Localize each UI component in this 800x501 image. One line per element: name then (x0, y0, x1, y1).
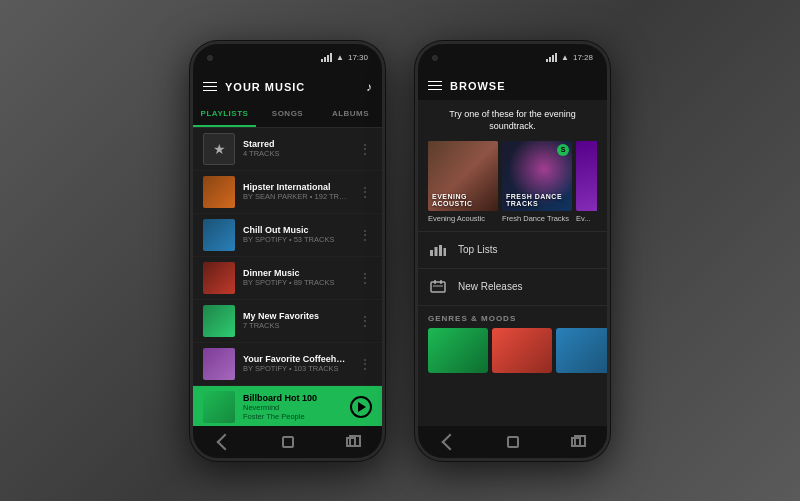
playlist-info: Hipster International BY SEAN PARKER • 1… (243, 182, 350, 201)
playlist-info: My New Favorites 7 TRACKS (243, 311, 350, 330)
album-art-3 (576, 141, 597, 211)
hamburger-icon[interactable] (203, 82, 217, 92)
list-item[interactable]: My New Favorites 7 TRACKS ⋮ (193, 300, 382, 343)
svg-rect-6 (440, 280, 442, 284)
phone-1: ▲ 17:30 YOUR MUSIC ♪ PLAYLISTS SONGS ALB… (190, 41, 385, 461)
home-button-2[interactable] (504, 433, 522, 451)
status-bar-2: ▲ 17:28 (546, 53, 593, 62)
genre-tile-jazz[interactable] (556, 328, 607, 373)
list-item-playing[interactable]: Billboard Hot 100 Nevermind Foster The P… (193, 386, 382, 426)
list-item[interactable]: Hipster International BY SEAN PARKER • 1… (193, 171, 382, 214)
app-header-1: YOUR MUSIC ♪ (193, 72, 382, 102)
featured-album-2[interactable]: S FRESH DANCE TRACKS Fresh Dance Tracks (502, 141, 572, 223)
playlist-title: Billboard Hot 100 (243, 393, 342, 403)
recents-button[interactable] (342, 433, 360, 451)
status-bar: ▲ 17:30 (321, 53, 368, 62)
playlist-sub: 7 TRACKS (243, 321, 350, 330)
album-art-1: EVENING ACOUSTIC (428, 141, 498, 211)
playlist-thumb-2 (203, 219, 235, 251)
new-releases-item[interactable]: New Releases (418, 269, 607, 306)
time-display-2: 17:28 (573, 53, 593, 62)
play-triangle-icon (358, 402, 366, 412)
featured-album-3[interactable]: Ev... (576, 141, 597, 223)
genres-section: GENRES & MOODS (418, 306, 607, 373)
hamburger-icon-2[interactable] (428, 81, 442, 91)
svg-rect-0 (430, 250, 433, 256)
playlist-title: Chill Out Music (243, 225, 350, 235)
playlist-title: Hipster International (243, 182, 350, 192)
home-icon-2 (507, 436, 519, 448)
browse-sections: Top Lists New Releases (418, 231, 607, 306)
more-options-icon[interactable]: ⋮ (358, 357, 372, 371)
phone-1-top-bar: ▲ 17:30 (193, 44, 382, 72)
featured-title: Try one of these for the evening soundtr… (428, 108, 597, 133)
featured-albums: EVENING ACOUSTIC Evening Acoustic S FRES… (428, 141, 597, 223)
playlist-thumb-playing (203, 391, 235, 423)
genre-tile-rock[interactable] (492, 328, 552, 373)
front-camera (207, 55, 213, 61)
playlist-title: My New Favorites (243, 311, 350, 321)
new-releases-label: New Releases (458, 281, 522, 292)
album-overlay-2: FRESH DANCE TRACKS (506, 193, 568, 207)
playlist-title: Your Favorite Coffeehouse (243, 354, 350, 364)
genre-tile-pop[interactable] (428, 328, 488, 373)
back-icon-2 (441, 433, 458, 450)
list-item[interactable]: ★ Starred 4 TRACKS ⋮ (193, 128, 382, 171)
time-display: 17:30 (348, 53, 368, 62)
album-name-3: Ev... (576, 214, 597, 223)
playlist-sub: BY SEAN PARKER • 192 TRACKS (243, 192, 350, 201)
app-title-2: BROWSE (450, 80, 597, 92)
tab-albums[interactable]: ALBUMS (319, 102, 382, 127)
more-options-icon[interactable]: ⋮ (358, 271, 372, 285)
chart-icon (428, 240, 448, 260)
more-options-icon[interactable]: ⋮ (358, 228, 372, 242)
playlist-thumb-3 (203, 262, 235, 294)
recents-button-2[interactable] (567, 433, 585, 451)
home-button[interactable] (279, 433, 297, 451)
app-header-2: BROWSE (418, 72, 607, 100)
screen-1: YOUR MUSIC ♪ PLAYLISTS SONGS ALBUMS ★ St… (193, 72, 382, 426)
screen-2: BROWSE Try one of these for the evening … (418, 72, 607, 426)
svg-rect-3 (444, 248, 447, 256)
featured-album-1[interactable]: EVENING ACOUSTIC Evening Acoustic (428, 141, 498, 223)
signal-icon (321, 54, 332, 62)
playlist-info: Billboard Hot 100 Nevermind Foster The P… (243, 393, 342, 421)
home-icon (282, 436, 294, 448)
back-icon (216, 433, 233, 450)
top-lists-label: Top Lists (458, 244, 497, 255)
play-button[interactable] (350, 396, 372, 418)
playlist-thumb-4 (203, 305, 235, 337)
playlist-info: Starred 4 TRACKS (243, 139, 350, 158)
wifi-icon-2: ▲ (561, 53, 569, 62)
playlist-list: ★ Starred 4 TRACKS ⋮ Hipster Internation… (193, 128, 382, 426)
star-icon: ★ (213, 141, 226, 157)
top-lists-item[interactable]: Top Lists (418, 232, 607, 269)
more-options-icon[interactable]: ⋮ (358, 314, 372, 328)
tabs-bar: PLAYLISTS SONGS ALBUMS (193, 102, 382, 128)
list-item[interactable]: Your Favorite Coffeehouse BY SPOTIFY • 1… (193, 343, 382, 386)
svg-rect-2 (439, 245, 442, 256)
album-name-2: Fresh Dance Tracks (502, 214, 572, 223)
album-overlay-1: EVENING ACOUSTIC (432, 193, 494, 207)
back-button-2[interactable] (441, 433, 459, 451)
svg-rect-4 (431, 282, 445, 292)
playlist-title: Starred (243, 139, 350, 149)
svg-rect-1 (435, 247, 438, 256)
tab-songs[interactable]: SONGS (256, 102, 319, 127)
list-item[interactable]: Chill Out Music BY SPOTIFY • 53 TRACKS ⋮ (193, 214, 382, 257)
genres-grid (418, 328, 607, 373)
phone-2-top-bar: ▲ 17:28 (418, 44, 607, 72)
more-options-icon[interactable]: ⋮ (358, 142, 372, 156)
playlist-info: Dinner Music BY SPOTIFY • 89 TRACKS (243, 268, 350, 287)
genres-header: GENRES & MOODS (418, 306, 607, 328)
bottom-nav-2 (418, 426, 607, 458)
back-button[interactable] (216, 433, 234, 451)
playlist-sub: BY SPOTIFY • 89 TRACKS (243, 278, 350, 287)
list-item[interactable]: Dinner Music BY SPOTIFY • 89 TRACKS ⋮ (193, 257, 382, 300)
more-options-icon[interactable]: ⋮ (358, 185, 372, 199)
music-note-icon[interactable]: ♪ (366, 80, 372, 94)
tab-playlists[interactable]: PLAYLISTS (193, 102, 256, 127)
now-playing-artist: Foster The People (243, 412, 305, 421)
bottom-nav-1 (193, 426, 382, 458)
playlist-thumb-1 (203, 176, 235, 208)
